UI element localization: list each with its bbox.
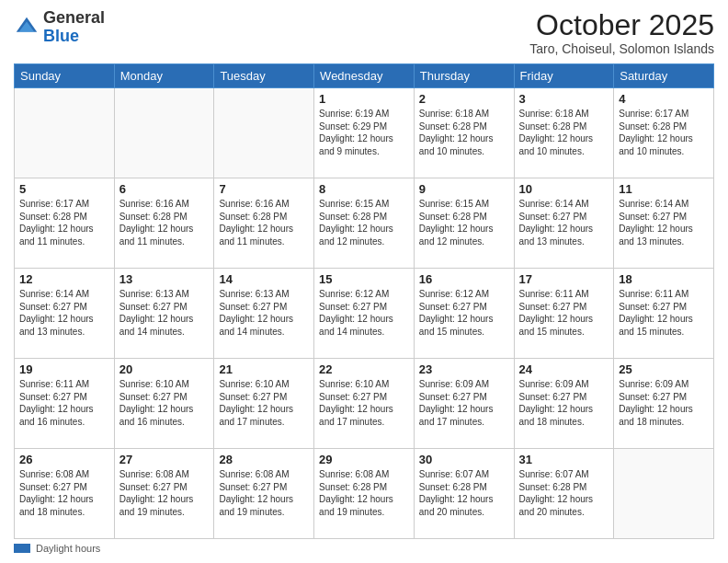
day-number: 10 <box>519 182 609 196</box>
logo: General Blue <box>14 9 105 46</box>
calendar-day-header: Tuesday <box>214 64 314 88</box>
calendar-cell: 31Sunrise: 6:07 AM Sunset: 6:28 PM Dayli… <box>514 449 614 539</box>
logo-blue-text: Blue <box>43 27 79 45</box>
calendar-cell: 6Sunrise: 6:16 AM Sunset: 6:28 PM Daylig… <box>114 178 214 269</box>
day-info: Sunrise: 6:11 AM Sunset: 6:27 PM Dayligh… <box>519 288 609 338</box>
calendar-day-header: Wednesday <box>314 64 415 88</box>
day-info: Sunrise: 6:16 AM Sunset: 6:28 PM Dayligh… <box>119 198 210 247</box>
day-number: 18 <box>619 272 709 286</box>
day-number: 7 <box>219 182 309 196</box>
day-info: Sunrise: 6:08 AM Sunset: 6:27 PM Dayligh… <box>119 468 210 518</box>
title-section: October 2025 Taro, Choiseul, Solomon Isl… <box>529 9 714 56</box>
calendar-cell: 15Sunrise: 6:12 AM Sunset: 6:27 PM Dayli… <box>314 269 415 359</box>
header: General Blue October 2025 Taro, Choiseul… <box>14 9 714 56</box>
logo-general-text: General <box>43 8 105 27</box>
calendar-cell: 7Sunrise: 6:16 AM Sunset: 6:28 PM Daylig… <box>214 178 314 269</box>
day-number: 26 <box>19 453 109 466</box>
calendar-cell <box>15 88 115 178</box>
day-number: 2 <box>419 92 509 106</box>
day-number: 25 <box>619 362 709 376</box>
day-number: 29 <box>319 453 409 466</box>
day-number: 30 <box>419 453 509 466</box>
day-info: Sunrise: 6:09 AM Sunset: 6:27 PM Dayligh… <box>419 378 509 428</box>
day-info: Sunrise: 6:18 AM Sunset: 6:28 PM Dayligh… <box>419 108 509 157</box>
calendar-day-header: Thursday <box>414 64 514 88</box>
daylight-bar-icon <box>14 544 30 553</box>
day-number: 23 <box>419 362 509 376</box>
day-info: Sunrise: 6:09 AM Sunset: 6:27 PM Dayligh… <box>519 378 609 428</box>
day-number: 8 <box>319 182 409 196</box>
day-number: 19 <box>19 362 109 376</box>
calendar-cell: 17Sunrise: 6:11 AM Sunset: 6:27 PM Dayli… <box>514 269 614 359</box>
calendar-cell: 2Sunrise: 6:18 AM Sunset: 6:28 PM Daylig… <box>414 88 514 178</box>
calendar-cell <box>614 449 714 539</box>
day-info: Sunrise: 6:17 AM Sunset: 6:28 PM Dayligh… <box>19 198 109 247</box>
calendar-cell: 16Sunrise: 6:12 AM Sunset: 6:27 PM Dayli… <box>414 269 514 359</box>
day-number: 3 <box>519 92 609 106</box>
day-info: Sunrise: 6:08 AM Sunset: 6:27 PM Dayligh… <box>219 468 309 518</box>
day-number: 28 <box>219 453 309 466</box>
day-number: 17 <box>519 272 609 286</box>
calendar-day-header: Monday <box>114 64 214 88</box>
day-number: 27 <box>119 453 210 466</box>
day-info: Sunrise: 6:14 AM Sunset: 6:27 PM Dayligh… <box>619 198 709 247</box>
calendar-cell: 19Sunrise: 6:11 AM Sunset: 6:27 PM Dayli… <box>15 359 115 449</box>
calendar-cell: 3Sunrise: 6:18 AM Sunset: 6:28 PM Daylig… <box>514 88 614 178</box>
day-info: Sunrise: 6:15 AM Sunset: 6:28 PM Dayligh… <box>319 198 409 247</box>
day-info: Sunrise: 6:12 AM Sunset: 6:27 PM Dayligh… <box>319 288 409 338</box>
day-number: 9 <box>419 182 509 196</box>
day-number: 14 <box>219 272 309 286</box>
calendar-header-row: SundayMondayTuesdayWednesdayThursdayFrid… <box>15 64 714 88</box>
day-number: 22 <box>319 362 409 376</box>
calendar-cell: 13Sunrise: 6:13 AM Sunset: 6:27 PM Dayli… <box>114 269 214 359</box>
day-number: 24 <box>519 362 609 376</box>
day-info: Sunrise: 6:07 AM Sunset: 6:28 PM Dayligh… <box>519 468 609 518</box>
calendar-cell: 27Sunrise: 6:08 AM Sunset: 6:27 PM Dayli… <box>114 449 214 539</box>
calendar-cell: 12Sunrise: 6:14 AM Sunset: 6:27 PM Dayli… <box>15 269 115 359</box>
calendar-cell: 30Sunrise: 6:07 AM Sunset: 6:28 PM Dayli… <box>414 449 514 539</box>
day-info: Sunrise: 6:08 AM Sunset: 6:28 PM Dayligh… <box>319 468 409 518</box>
calendar-cell: 24Sunrise: 6:09 AM Sunset: 6:27 PM Dayli… <box>514 359 614 449</box>
day-info: Sunrise: 6:19 AM Sunset: 6:29 PM Dayligh… <box>319 108 409 157</box>
day-info: Sunrise: 6:13 AM Sunset: 6:27 PM Dayligh… <box>119 288 210 338</box>
day-number: 15 <box>319 272 409 286</box>
calendar-cell: 18Sunrise: 6:11 AM Sunset: 6:27 PM Dayli… <box>614 269 714 359</box>
day-info: Sunrise: 6:10 AM Sunset: 6:27 PM Dayligh… <box>219 378 309 428</box>
day-number: 4 <box>619 92 709 106</box>
day-info: Sunrise: 6:09 AM Sunset: 6:27 PM Dayligh… <box>619 378 709 428</box>
day-info: Sunrise: 6:17 AM Sunset: 6:28 PM Dayligh… <box>619 108 709 157</box>
calendar-cell: 29Sunrise: 6:08 AM Sunset: 6:28 PM Dayli… <box>314 449 415 539</box>
calendar-week-row: 1Sunrise: 6:19 AM Sunset: 6:29 PM Daylig… <box>15 88 714 178</box>
calendar-cell: 10Sunrise: 6:14 AM Sunset: 6:27 PM Dayli… <box>514 178 614 269</box>
day-number: 16 <box>419 272 509 286</box>
day-info: Sunrise: 6:10 AM Sunset: 6:27 PM Dayligh… <box>119 378 210 428</box>
calendar-week-row: 19Sunrise: 6:11 AM Sunset: 6:27 PM Dayli… <box>15 359 714 449</box>
daylight-label: Daylight hours <box>36 543 100 554</box>
day-number: 11 <box>619 182 709 196</box>
calendar-cell: 14Sunrise: 6:13 AM Sunset: 6:27 PM Dayli… <box>214 269 314 359</box>
calendar-cell: 1Sunrise: 6:19 AM Sunset: 6:29 PM Daylig… <box>314 88 415 178</box>
subtitle: Taro, Choiseul, Solomon Islands <box>529 41 714 56</box>
day-info: Sunrise: 6:11 AM Sunset: 6:27 PM Dayligh… <box>19 378 109 428</box>
day-number: 1 <box>319 92 409 106</box>
day-info: Sunrise: 6:16 AM Sunset: 6:28 PM Dayligh… <box>219 198 309 247</box>
calendar-cell: 11Sunrise: 6:14 AM Sunset: 6:27 PM Dayli… <box>614 178 714 269</box>
day-info: Sunrise: 6:08 AM Sunset: 6:27 PM Dayligh… <box>19 468 109 518</box>
day-info: Sunrise: 6:12 AM Sunset: 6:27 PM Dayligh… <box>419 288 509 338</box>
calendar-table: SundayMondayTuesdayWednesdayThursdayFrid… <box>14 63 714 539</box>
page: General Blue October 2025 Taro, Choiseul… <box>0 0 728 563</box>
calendar-cell: 4Sunrise: 6:17 AM Sunset: 6:28 PM Daylig… <box>614 88 714 178</box>
footer: Daylight hours <box>14 543 714 554</box>
day-number: 20 <box>119 362 210 376</box>
calendar-week-row: 5Sunrise: 6:17 AM Sunset: 6:28 PM Daylig… <box>15 178 714 269</box>
calendar-week-row: 12Sunrise: 6:14 AM Sunset: 6:27 PM Dayli… <box>15 269 714 359</box>
day-number: 5 <box>19 182 109 196</box>
calendar-cell <box>214 88 314 178</box>
day-number: 31 <box>519 453 609 466</box>
calendar-week-row: 26Sunrise: 6:08 AM Sunset: 6:27 PM Dayli… <box>15 449 714 539</box>
logo-icon <box>14 15 40 40</box>
calendar-cell: 21Sunrise: 6:10 AM Sunset: 6:27 PM Dayli… <box>214 359 314 449</box>
day-number: 21 <box>219 362 309 376</box>
day-info: Sunrise: 6:13 AM Sunset: 6:27 PM Dayligh… <box>219 288 309 338</box>
day-info: Sunrise: 6:10 AM Sunset: 6:27 PM Dayligh… <box>319 378 409 428</box>
